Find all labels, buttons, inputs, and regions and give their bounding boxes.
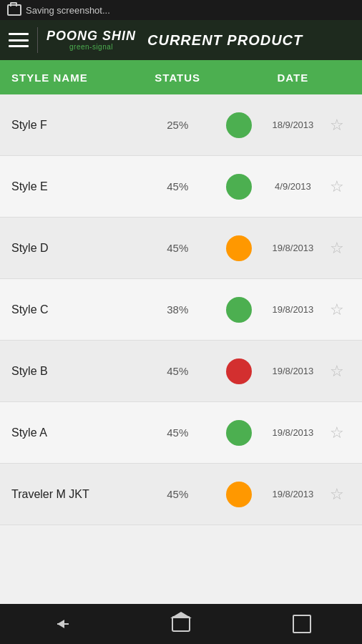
table-body: Style F 25% 18/9/2013 ☆ Style E 45% 4/9/…	[0, 94, 362, 604]
row-date: 4/9/2013	[263, 181, 323, 192]
back-arrow-icon	[50, 618, 70, 630]
row-date: 18/9/2013	[263, 119, 323, 130]
recents-button[interactable]	[284, 610, 320, 638]
home-button[interactable]	[163, 610, 199, 638]
table-row[interactable]: Style B 45% 19/8/2013 ☆	[0, 341, 362, 402]
row-status: 45%	[140, 242, 215, 254]
app-header: POONG SHIN green-signal CURRENT PRODUCT	[0, 20, 362, 60]
logo-sub-text: green-signal	[69, 43, 113, 51]
row-date: 19/8/2013	[263, 489, 323, 499]
page-title: CURRENT PRODUCT	[147, 32, 303, 49]
row-style-name: Traveler M JKT	[11, 488, 140, 501]
star-icon[interactable]: ☆	[330, 485, 344, 504]
row-star[interactable]: ☆	[323, 362, 351, 381]
hamburger-line-1	[9, 33, 29, 35]
row-indicator	[215, 174, 262, 200]
row-date: 19/8/2013	[263, 427, 323, 438]
header-divider	[37, 27, 38, 53]
row-star[interactable]: ☆	[323, 116, 351, 135]
col-header-status: STATUS	[140, 72, 215, 84]
row-status: 45%	[140, 426, 215, 439]
row-date: 19/8/2013	[263, 243, 323, 253]
star-icon[interactable]: ☆	[330, 424, 344, 442]
table-row[interactable]: Traveler M JKT 45% 19/8/2013 ☆	[0, 464, 362, 525]
row-style-name: Style B	[11, 365, 140, 378]
status-dot	[226, 297, 252, 323]
row-star[interactable]: ☆	[323, 424, 351, 442]
status-dot	[226, 482, 252, 507]
status-bar: Saving screenshot...	[0, 0, 362, 20]
row-style-name: Style A	[11, 426, 140, 439]
hamburger-menu-button[interactable]	[9, 33, 29, 47]
row-status: 45%	[140, 488, 215, 500]
star-icon[interactable]: ☆	[330, 301, 344, 319]
status-dot	[226, 235, 252, 261]
back-button[interactable]	[42, 610, 78, 638]
row-indicator	[215, 297, 262, 323]
row-star[interactable]: ☆	[323, 485, 351, 504]
product-table: STYLE NAME STATUS DATE Style F 25% 18/9/…	[0, 60, 362, 604]
row-style-name: Style F	[11, 119, 140, 132]
status-dot	[226, 420, 252, 446]
row-star[interactable]: ☆	[323, 177, 351, 196]
star-icon[interactable]: ☆	[330, 362, 344, 381]
status-dot	[226, 358, 252, 384]
star-icon[interactable]: ☆	[330, 116, 344, 135]
hamburger-line-2	[9, 39, 29, 42]
screenshot-icon	[7, 4, 21, 16]
row-date: 19/8/2013	[263, 366, 323, 376]
row-style-name: Style C	[11, 303, 140, 316]
table-row[interactable]: Style D 45% 19/8/2013 ☆	[0, 218, 362, 279]
row-star[interactable]: ☆	[323, 301, 351, 319]
home-icon	[172, 616, 190, 632]
row-status: 38%	[140, 303, 215, 316]
logo-container: POONG SHIN green-signal	[47, 29, 136, 52]
status-dot	[226, 174, 252, 200]
star-icon[interactable]: ☆	[330, 239, 344, 258]
hamburger-line-3	[9, 45, 29, 47]
table-row[interactable]: Style C 38% 19/8/2013 ☆	[0, 279, 362, 341]
row-style-name: Style E	[11, 180, 140, 193]
col-header-date: DATE	[263, 72, 323, 84]
logo-main-text: POONG SHIN	[47, 29, 136, 44]
row-style-name: Style D	[11, 242, 140, 255]
table-row[interactable]: Style E 45% 4/9/2013 ☆	[0, 156, 362, 218]
table-header-row: STYLE NAME STATUS DATE	[0, 60, 362, 94]
star-icon[interactable]: ☆	[330, 177, 344, 196]
row-star[interactable]: ☆	[323, 239, 351, 258]
row-indicator	[215, 482, 262, 507]
table-row[interactable]: Style F 25% 18/9/2013 ☆	[0, 94, 362, 156]
row-indicator	[215, 358, 262, 384]
row-status: 45%	[140, 365, 215, 377]
row-status: 45%	[140, 180, 215, 192]
recents-icon	[294, 616, 310, 632]
row-indicator	[215, 112, 262, 138]
status-bar-text: Saving screenshot...	[26, 5, 110, 16]
col-header-name: STYLE NAME	[11, 72, 140, 84]
row-date: 19/8/2013	[263, 304, 323, 315]
row-indicator	[215, 420, 262, 446]
status-dot	[226, 112, 252, 138]
row-status: 25%	[140, 119, 215, 131]
row-indicator	[215, 235, 262, 261]
bottom-navigation	[0, 604, 362, 644]
table-row[interactable]: Style A 45% 19/8/2013 ☆	[0, 402, 362, 464]
